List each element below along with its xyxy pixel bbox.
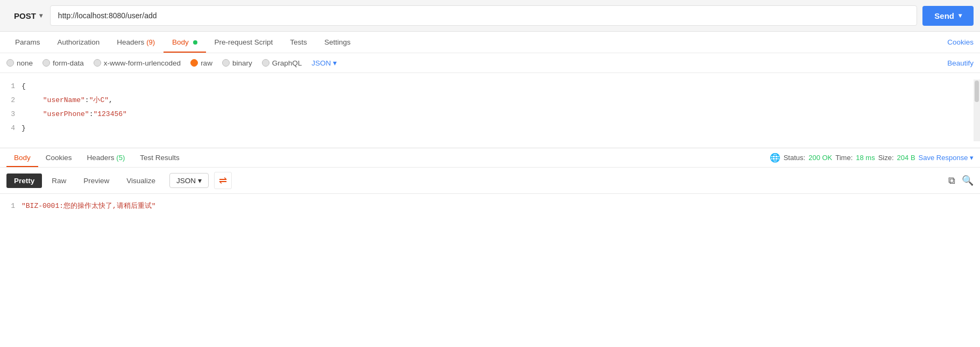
- editor-line-numbers: 1 2 3 4: [0, 79, 22, 141]
- request-body-editor[interactable]: 1 2 3 4 { "userName":"小C", "userPhone":"…: [0, 73, 980, 148]
- line-num-3: 3: [6, 107, 15, 121]
- response-body: 1 "BIZ-0001:您的操作太快了,请稍后重试": [0, 194, 980, 219]
- resp-tab-body[interactable]: Body: [6, 148, 38, 167]
- fmt-preview-button[interactable]: Preview: [76, 174, 117, 188]
- radio-none-circle: [6, 59, 14, 67]
- line-num-4: 4: [6, 121, 15, 135]
- editor-content[interactable]: { "userName":"小C", "userPhone":"123456" …: [22, 79, 974, 141]
- radio-urlencoded[interactable]: x-www-form-urlencoded: [94, 59, 181, 67]
- editor-line-3: "userPhone":"123456": [22, 107, 967, 121]
- radio-raw-circle: [190, 59, 198, 67]
- tab-headers[interactable]: Headers (9): [108, 32, 164, 53]
- body-active-dot: [193, 40, 197, 45]
- radio-graphql-circle: [262, 59, 269, 67]
- globe-icon: 🌐: [770, 153, 780, 163]
- format-chevron-icon: ▾: [333, 59, 337, 67]
- search-icon[interactable]: 🔍: [962, 175, 974, 186]
- tab-body[interactable]: Body: [164, 32, 206, 53]
- fmt-visualize-button[interactable]: Visualize: [119, 174, 163, 188]
- body-type-row: none form-data x-www-form-urlencoded raw…: [0, 53, 980, 73]
- format-dropdown[interactable]: JSON ▾: [311, 59, 337, 67]
- resp-line-1: "BIZ-0001:您的操作太快了,请稍后重试": [22, 202, 156, 210]
- method-dropdown[interactable]: POST ▾: [6, 7, 50, 25]
- fmt-raw-button[interactable]: Raw: [44, 174, 74, 188]
- wrap-icon[interactable]: ⇌: [214, 172, 232, 189]
- copy-icon[interactable]: ⧉: [948, 175, 955, 186]
- radio-graphql[interactable]: GraphQL: [262, 59, 302, 67]
- status-bar: 🌐 Status: 200 OK Time: 18 ms Size: 204 B…: [770, 153, 974, 163]
- radio-form-data-circle: [42, 59, 50, 67]
- resp-tab-cookies[interactable]: Cookies: [38, 148, 80, 167]
- cookies-link[interactable]: Cookies: [947, 38, 974, 46]
- scrollbar-thumb: [975, 81, 979, 102]
- time-value: 18 ms: [856, 154, 875, 162]
- send-button[interactable]: Send ▾: [922, 6, 974, 26]
- beautify-button[interactable]: Beautify: [947, 59, 974, 67]
- resp-format-chevron-icon: ▾: [198, 176, 202, 185]
- editor-scrollbar[interactable]: [974, 79, 980, 141]
- editor-line-1: {: [22, 79, 967, 93]
- radio-form-data[interactable]: form-data: [42, 59, 84, 67]
- tab-pre-request[interactable]: Pre-request Script: [206, 32, 282, 53]
- tab-tests[interactable]: Tests: [281, 32, 316, 53]
- response-format-dropdown[interactable]: JSON ▾: [169, 173, 209, 188]
- save-response-button[interactable]: Save Response ▾: [919, 154, 974, 162]
- response-tabs: Body Cookies Headers (5) Test Results 🌐 …: [0, 148, 980, 168]
- line-num-1: 1: [6, 79, 15, 93]
- line-num-2: 2: [6, 93, 15, 107]
- method-label: POST: [14, 11, 36, 20]
- radio-raw[interactable]: raw: [190, 59, 212, 67]
- radio-binary-circle: [222, 59, 230, 67]
- resp-line-numbers: 1: [0, 199, 22, 213]
- request-tabs: Params Authorization Headers (9) Body Pr…: [0, 32, 980, 53]
- radio-binary[interactable]: binary: [222, 59, 252, 67]
- fmt-pretty-button[interactable]: Pretty: [6, 174, 42, 188]
- response-format-row: Pretty Raw Preview Visualize JSON ▾ ⇌ ⧉ …: [0, 168, 980, 194]
- status-value: 200 OK: [808, 154, 832, 162]
- tab-authorization[interactable]: Authorization: [49, 32, 109, 53]
- send-chevron-icon: ▾: [958, 12, 962, 19]
- url-bar: POST ▾ Send ▾: [0, 0, 980, 32]
- radio-urlencoded-circle: [94, 59, 101, 67]
- resp-code-content: "BIZ-0001:您的操作太快了,请稍后重试": [22, 199, 156, 213]
- resp-headers-badge: (5): [116, 154, 125, 162]
- editor-line-2: "userName":"小C",: [22, 93, 967, 107]
- headers-badge: (9): [146, 38, 155, 46]
- tab-settings[interactable]: Settings: [316, 32, 359, 53]
- save-response-chevron-icon: ▾: [970, 154, 974, 162]
- resp-tab-test-results[interactable]: Test Results: [132, 148, 187, 167]
- size-value: 204 B: [897, 154, 915, 162]
- tab-params[interactable]: Params: [6, 32, 49, 53]
- resp-line-num-1: 1: [6, 199, 15, 213]
- method-chevron-icon: ▾: [39, 12, 42, 19]
- editor-line-4: }: [22, 121, 967, 135]
- radio-none[interactable]: none: [6, 59, 33, 67]
- resp-tab-headers[interactable]: Headers (5): [80, 148, 133, 167]
- url-input[interactable]: [50, 5, 917, 26]
